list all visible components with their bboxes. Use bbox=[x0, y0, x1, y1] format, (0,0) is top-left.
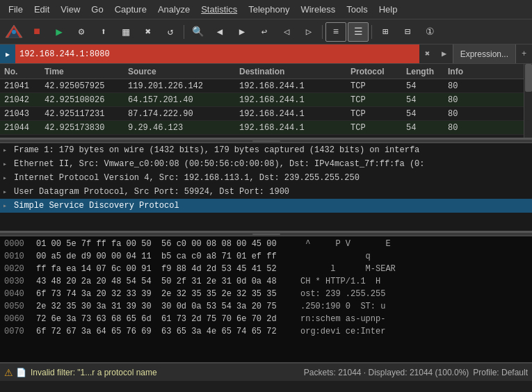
reload-button[interactable]: ↺ bbox=[160, 22, 181, 42]
zoom-in-button[interactable]: ⊞ bbox=[375, 22, 396, 42]
cell-proto: TCP bbox=[348, 109, 403, 119]
hex-bytes: 72 6e 3a 73 63 68 65 6d 61 73 2d 75 70 6… bbox=[36, 314, 300, 324]
hex-bytes: 6f 72 67 3a 64 65 76 69 63 65 3a 4e 65 7… bbox=[36, 327, 300, 336]
table-row[interactable]: 21043 42.925117231 87.174.222.90 192.168… bbox=[0, 107, 524, 121]
header-info: Info bbox=[445, 67, 524, 76]
cell-len: 54 bbox=[403, 123, 445, 133]
autoscroll-button[interactable]: ☰ bbox=[348, 22, 369, 42]
hex-list: 0000 01 00 5e 7f ff fa 00 50 56 c0 00 08… bbox=[4, 238, 528, 338]
cell-info: 80 bbox=[445, 123, 524, 133]
toolbar-sep-1 bbox=[184, 25, 184, 39]
find-button[interactable]: 🔍 bbox=[187, 22, 208, 42]
hex-offset: 0020 bbox=[4, 264, 36, 274]
detail-expand-icon: ▸ bbox=[3, 146, 13, 154]
filter-icon-area: ✖ ▶ bbox=[419, 44, 453, 63]
hex-bytes: 6f 73 74 3a 20 32 33 39 2e 32 35 35 2e 3… bbox=[36, 289, 300, 299]
hex-row: 0070 6f 72 67 3a 64 65 76 69 63 65 3a 4e… bbox=[4, 325, 528, 338]
hex-ascii: rn:schem as-upnp- bbox=[300, 314, 385, 324]
menu-view[interactable]: View bbox=[55, 3, 86, 16]
menu-telephony[interactable]: Telephony bbox=[243, 3, 295, 16]
save-file-button[interactable]: ▦ bbox=[115, 22, 136, 42]
cell-dst: 192.168.244.1 bbox=[236, 123, 348, 133]
resize-indicator bbox=[252, 140, 280, 142]
prev-button[interactable]: ◀ bbox=[209, 22, 230, 42]
go-back-button[interactable]: ↩ bbox=[254, 22, 275, 42]
go-next-button[interactable]: ▷ bbox=[298, 22, 319, 42]
cell-src: 119.201.226.142 bbox=[125, 81, 236, 91]
menu-go[interactable]: Go bbox=[86, 3, 108, 16]
hex-bytes: 43 48 20 2a 20 48 54 54 50 2f 31 2e 31 0… bbox=[36, 277, 300, 286]
cell-no: 21044 bbox=[0, 123, 42, 133]
cell-proto: TCP bbox=[348, 95, 403, 105]
detail-expand-icon: ▸ bbox=[3, 174, 13, 182]
table-row[interactable]: 21041 42.925057925 119.201.226.142 192.1… bbox=[0, 79, 524, 93]
menu-help[interactable]: Help bbox=[373, 3, 403, 16]
options-button[interactable]: ⚙ bbox=[71, 22, 92, 42]
hex-ascii: ost: 239 .255.255 bbox=[300, 289, 385, 299]
cell-len: 54 bbox=[403, 109, 445, 119]
open-file-button[interactable]: ⬆ bbox=[93, 22, 114, 42]
stop-button[interactable]: ■ bbox=[26, 22, 47, 42]
zoom-out-button[interactable]: ⊟ bbox=[397, 22, 418, 42]
hex-offset: 0060 bbox=[4, 314, 36, 324]
header-source: Source bbox=[125, 67, 236, 76]
status-packets: Packets: 21044 · Displayed: 21044 (100.0… bbox=[304, 368, 469, 377]
detail-row[interactable]: ▸ Ethernet II, Src: Vmware_c0:00:08 (00:… bbox=[0, 157, 532, 171]
colorize-button[interactable]: ≡ bbox=[325, 22, 346, 42]
hex-offset: 0040 bbox=[4, 289, 36, 299]
hex-row: 0010 00 a5 de d9 00 00 04 11 b5 ca c0 a8… bbox=[4, 250, 528, 263]
hex-row: 0050 2e 32 35 30 3a 31 39 30 30 0d 0a 53… bbox=[4, 300, 528, 313]
detail-text: Simple Service Discovery Protocol bbox=[14, 201, 179, 211]
header-destination: Destination bbox=[236, 67, 348, 76]
menu-capture[interactable]: Capture bbox=[109, 3, 152, 16]
next-button[interactable]: ▶ bbox=[232, 22, 252, 42]
detail-text: Ethernet II, Src: Vmware_c0:00:08 (00:50… bbox=[14, 159, 425, 169]
detail-row[interactable]: ▸ Simple Service Discovery Protocol bbox=[0, 199, 532, 213]
cell-no: 21041 bbox=[0, 81, 42, 91]
close-file-button[interactable]: ✖ bbox=[138, 22, 159, 42]
hex-bytes: 00 a5 de d9 00 00 04 11 b5 ca c0 a8 71 0… bbox=[36, 252, 300, 261]
normal-size-button[interactable]: ① bbox=[419, 22, 440, 42]
detail-row[interactable]: ▸ User Datagram Protocol, Src Port: 5992… bbox=[0, 185, 532, 199]
hex-offset: 0000 bbox=[4, 239, 36, 249]
hex-ascii: ^ P V E bbox=[300, 239, 396, 249]
filter-clear-button[interactable]: ✖ bbox=[419, 44, 436, 63]
filter-plus-button[interactable]: + bbox=[515, 44, 532, 63]
resize-indicator-2 bbox=[252, 234, 280, 235]
packet-scrollbar[interactable] bbox=[524, 64, 532, 138]
menu-tools[interactable]: Tools bbox=[341, 3, 373, 16]
cell-src: 64.157.201.40 bbox=[125, 95, 236, 105]
table-row[interactable]: 21042 42.925108026 64.157.201.40 192.168… bbox=[0, 93, 524, 107]
menu-wireless[interactable]: Wireless bbox=[295, 3, 341, 16]
filter-bar: ▸ ✖ ▶ Expression... + bbox=[0, 44, 532, 64]
hex-row: 0000 01 00 5e 7f ff fa 00 50 56 c0 00 08… bbox=[4, 238, 528, 250]
expression-button[interactable]: Expression... bbox=[453, 44, 515, 63]
cell-time: 42.925057925 bbox=[42, 81, 125, 91]
cell-no: 21042 bbox=[0, 95, 42, 105]
menu-analyze[interactable]: Analyze bbox=[152, 3, 195, 16]
menu-bar: File Edit View Go Capture Analyze Statis… bbox=[0, 0, 532, 19]
status-text: Invalid filter: "1...r a protocol name bbox=[31, 368, 300, 377]
status-profile: Profile: Default bbox=[473, 368, 528, 377]
table-row[interactable]: 21044 42.925173830 9.29.46.123 192.168.2… bbox=[0, 121, 524, 135]
hex-ascii: l M-SEAR bbox=[300, 264, 396, 274]
start-capture-button[interactable]: ▶ bbox=[49, 22, 70, 42]
filter-input[interactable] bbox=[15, 44, 419, 63]
detail-pane: ▸ Frame 1: 179 bytes on wire (1432 bits)… bbox=[0, 143, 532, 232]
hex-offset: 0030 bbox=[4, 277, 36, 286]
hex-pane: 0000 01 00 5e 7f ff fa 00 50 56 c0 00 08… bbox=[0, 236, 532, 363]
detail-row[interactable]: ▸ Frame 1: 179 bytes on wire (1432 bits)… bbox=[0, 143, 532, 157]
go-prev-button[interactable]: ◁ bbox=[276, 22, 297, 42]
menu-edit[interactable]: Edit bbox=[29, 3, 55, 16]
hex-bytes: 2e 32 35 30 3a 31 39 30 30 0d 0a 53 54 3… bbox=[36, 302, 300, 311]
menu-statistics[interactable]: Statistics bbox=[195, 3, 243, 16]
hex-ascii: org:devi ce:Inter bbox=[300, 327, 385, 336]
hex-offset: 0070 bbox=[4, 327, 36, 336]
hex-offset: 0010 bbox=[4, 252, 36, 261]
detail-row[interactable]: ▸ Internet Protocol Version 4, Src: 192.… bbox=[0, 171, 532, 185]
filter-apply-button[interactable]: ▶ bbox=[436, 44, 453, 63]
cell-time: 42.925173830 bbox=[42, 123, 125, 133]
table-header: No. Time Source Destination Protocol Len… bbox=[0, 64, 524, 79]
cell-proto: TCP bbox=[348, 81, 403, 91]
menu-file[interactable]: File bbox=[3, 3, 29, 16]
